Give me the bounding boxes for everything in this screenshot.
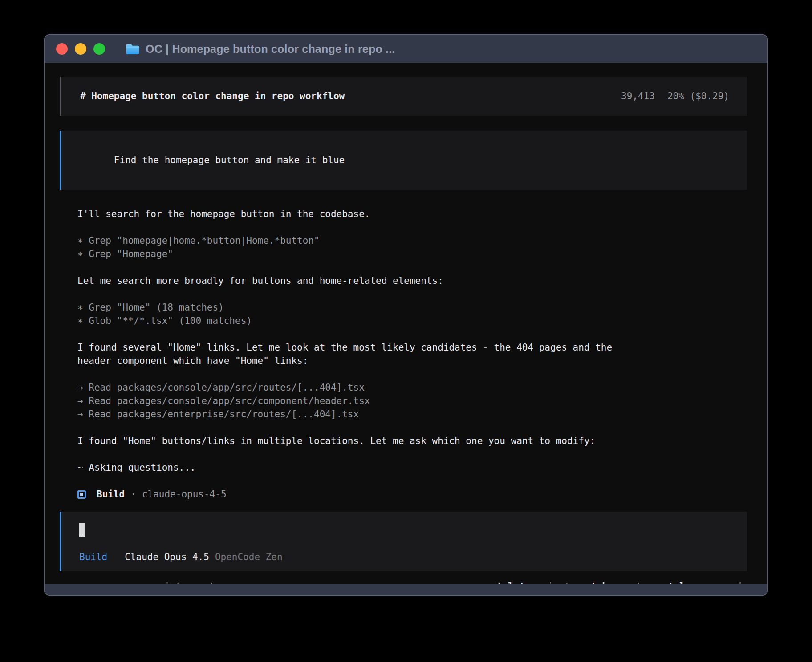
- spacer: [77, 287, 747, 301]
- token-count: 39,413: [621, 91, 655, 101]
- assistant-text-line: I'll search for the homepage button in t…: [77, 207, 747, 221]
- spacer: [77, 421, 747, 434]
- tool-call-read: → Read packages/console/app/src/componen…: [77, 394, 747, 408]
- composer-model: Claude Opus 4.5: [125, 552, 209, 562]
- prompt-input[interactable]: Build Claude Opus 4.5 OpenCode Zen: [60, 512, 747, 571]
- agent-status-row: Build · claude-opus-4-5: [77, 488, 747, 501]
- assistant-text-line: I found several "Home" links. Let me loo…: [77, 341, 747, 354]
- assistant-text-line: I found "Home" buttons/links in multiple…: [77, 434, 747, 448]
- terminal-window: OC | Homepage button color change in rep…: [44, 34, 768, 596]
- assistant-text-line: header component which have "Home" links…: [77, 354, 747, 367]
- composer-mode: Build: [79, 552, 107, 562]
- folder-icon: [126, 44, 139, 55]
- spacer: [77, 221, 747, 234]
- zoom-button[interactable]: [93, 43, 105, 55]
- session-header: # Homepage button color change in repo w…: [60, 77, 747, 116]
- traffic-lights: [56, 43, 105, 55]
- agent-separator: ·: [125, 488, 142, 501]
- tool-call-read: → Read packages/console/app/src/routes/[…: [77, 381, 747, 394]
- tool-call-grep: ∗ Grep "Homepage": [77, 247, 747, 261]
- tool-call-glob: ∗ Glob "**/*.tsx" (100 matches): [77, 314, 747, 327]
- terminal-content: # Homepage button color change in repo w…: [45, 63, 767, 585]
- asking-questions-status: ~ Asking questions...: [77, 461, 747, 474]
- agent-build-icon: [77, 490, 86, 499]
- spacer: [77, 367, 747, 381]
- titlebar: OC | Homepage button color change in rep…: [45, 35, 767, 63]
- spacer: [77, 327, 747, 341]
- tool-call-grep: ∗ Grep "Home" (18 matches): [77, 301, 747, 314]
- assistant-text-line: Let me search more broadly for buttons a…: [77, 274, 747, 287]
- agent-model: claude-opus-4-5: [142, 488, 227, 501]
- user-message-text: Find the homepage button and make it blu…: [114, 155, 345, 166]
- composer-footer: Build Claude Opus 4.5 OpenCode Zen: [79, 552, 729, 562]
- spacer: [77, 261, 747, 274]
- spacer: [77, 448, 747, 461]
- text-cursor: [79, 523, 85, 537]
- assistant-transcript: I'll search for the homepage button in t…: [60, 207, 747, 501]
- user-message: Find the homepage button and make it blu…: [60, 131, 747, 190]
- session-title: # Homepage button color change in repo w…: [80, 91, 345, 101]
- window-title: OC | Homepage button color change in rep…: [146, 43, 395, 56]
- window-bottom-bar: [45, 584, 767, 595]
- composer-provider: OpenCode Zen: [215, 552, 283, 562]
- context-usage: 20% ($0.29): [667, 91, 729, 101]
- session-meta: 39,413 20% ($0.29): [621, 91, 729, 101]
- spacer: [77, 474, 747, 488]
- tool-call-read: → Read packages/enterprise/src/routes/[.…: [77, 408, 747, 421]
- tool-call-grep: ∗ Grep "homepage|home.*button|Home.*butt…: [77, 234, 747, 247]
- minimize-button[interactable]: [75, 43, 86, 55]
- agent-name: Build: [97, 488, 125, 501]
- close-button[interactable]: [56, 43, 68, 55]
